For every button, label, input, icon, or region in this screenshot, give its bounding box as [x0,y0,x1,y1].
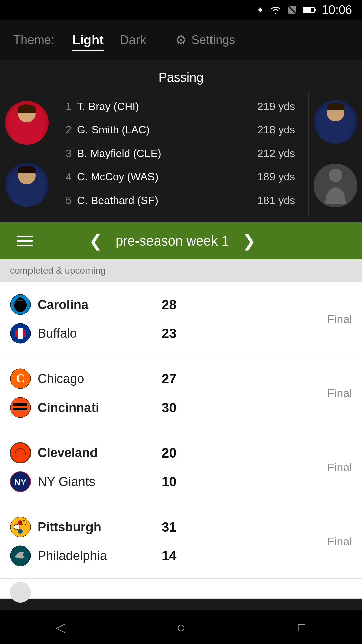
player-name-4: C. McCoy (WAS) [77,171,257,183]
philadelphia-score: 14 [162,548,188,564]
passing-content: 1 T. Bray (CHI) 219 yds 2 G. Smith (LAC)… [0,92,362,216]
hamburger-menu-button[interactable] [17,236,33,246]
chicago-logo: C [10,368,31,389]
back-button[interactable]: ◁ [40,620,80,635]
week-navigation-bar[interactable]: ❮ pre-season week 1 ❯ [0,222,362,259]
philadelphia-name: Philadelphia [38,549,155,563]
partial-team-logo [10,582,31,603]
carolina-name: Carolina [38,298,155,312]
player-photos-right [308,92,362,216]
svg-point-19 [22,520,26,525]
svg-point-17 [14,524,19,530]
passing-row-3: 3 B. Mayfield (CLE) 212 yds [60,142,302,165]
buffalo-name: Buffalo [38,326,155,341]
recent-apps-button[interactable]: □ [282,620,322,634]
signal-icon [287,5,298,15]
game-row-4[interactable]: Pittsburgh 31 Philadelphia 14 Final [0,504,362,579]
cincinnati-name: Cincinnati [38,400,155,415]
rank-3: 3 [60,147,77,160]
chicago-score: 27 [162,371,188,386]
yards-4: 189 yds [257,171,295,183]
home-button[interactable]: ○ [161,619,201,636]
passing-row-1: 1 T. Bray (CHI) 219 yds [60,95,302,118]
svg-point-5 [329,169,342,182]
next-week-button[interactable]: ❯ [242,231,256,250]
theme-dark-option[interactable]: Dark [112,30,155,51]
game-teams-1: Carolina 28 Buffalo 23 [10,290,312,348]
player3-photo [314,100,357,144]
game-teams-3: Cleveland 20 NY NY Giants 10 [10,438,312,496]
rank-4: 4 [60,171,77,183]
game-teams-2: C Chicago 27 Cincinnati 30 [10,364,312,422]
buffalo-score: 23 [162,326,188,341]
svg-text:NY: NY [14,477,26,487]
pittsburgh-score: 31 [162,520,188,535]
team-line-nygiants: NY NY Giants 10 [10,467,312,496]
settings-label: Settings [191,33,235,47]
menu-line-1 [17,236,33,237]
wifi-icon [269,5,282,15]
player-name-5: C. Beathard (SF) [77,194,257,207]
team-line-philadelphia: Philadelphia 14 [10,541,312,570]
game-status-1: Final [312,313,352,326]
game-row-partial [0,579,362,599]
rank-1: 1 [60,100,77,113]
cleveland-name: Cleveland [38,446,155,460]
yards-1: 219 yds [257,100,295,113]
carolina-score: 28 [162,297,188,312]
team-line-chicago: C Chicago 27 [10,364,312,393]
menu-line-2 [17,240,33,242]
svg-rect-3 [314,9,316,11]
rank-2: 2 [60,124,77,136]
rank-5: 5 [60,194,77,207]
section-label: completed & upcoming [0,259,362,282]
game-teams-4: Pittsburgh 31 Philadelphia 14 [10,513,312,570]
bottom-navigation: ◁ ○ □ [0,610,362,644]
games-section: completed & upcoming Carolina 28 [0,259,362,599]
passing-row-5: 5 C. Beathard (SF) 181 yds [60,189,302,212]
pittsburgh-logo [10,517,31,537]
carolina-logo [10,294,31,315]
player-name-3: B. Mayfield (CLE) [77,147,257,160]
pittsburgh-name: Pittsburgh [38,520,155,534]
cincinnati-score: 30 [162,400,188,415]
player1-photo [5,101,49,145]
yards-3: 212 yds [257,147,295,160]
prev-week-button[interactable]: ❮ [89,231,102,250]
theme-label: Theme: [13,33,54,47]
game-status-3: Final [312,461,352,474]
theme-light-option[interactable]: Light [64,30,112,51]
player2-photo [5,163,49,207]
game-row-2[interactable]: C Chicago 27 Cincinnati 30 [0,356,362,430]
player-photos-left [0,92,54,216]
status-time: 10:06 [322,3,352,17]
game-row-3[interactable]: Cleveland 20 NY NY Giants 10 Final [0,430,362,504]
theme-divider [165,30,165,50]
passing-list: 1 T. Bray (CHI) 219 yds 2 G. Smith (LAC)… [54,92,308,216]
bluetooth-icon: ✦ [256,5,264,16]
passing-row-4: 4 C. McCoy (WAS) 189 yds [60,165,302,189]
game-status-2: Final [312,387,352,400]
nygiants-logo: NY [10,471,31,492]
nygiants-score: 10 [162,474,188,489]
cleveland-score: 20 [162,445,188,461]
team-line-pittsburgh: Pittsburgh 31 [10,513,312,541]
svg-rect-12 [13,408,27,410]
chicago-name: Chicago [38,372,155,386]
buffalo-logo [10,323,31,344]
battery-icon [303,6,316,14]
nygiants-name: NY Giants [38,475,155,489]
svg-rect-11 [13,403,27,406]
yards-5: 181 yds [257,194,295,207]
player-name-1: T. Bray (CHI) [77,100,257,113]
player4-photo [314,164,357,207]
cleveland-logo [10,442,31,463]
game-row-1[interactable]: Carolina 28 Buffalo 23 Final [0,282,362,356]
team-line-cincinnati: Cincinnati 30 [10,393,312,422]
passing-section: Passing 1 T. Bray (CHI) 219 yds [0,60,362,222]
cincinnati-logo [10,397,31,418]
team-line-carolina: Carolina 28 [10,290,312,319]
settings-button[interactable]: ⚙ Settings [175,33,235,47]
status-icons: ✦ 10:06 [256,3,352,17]
svg-text:C: C [16,372,25,385]
